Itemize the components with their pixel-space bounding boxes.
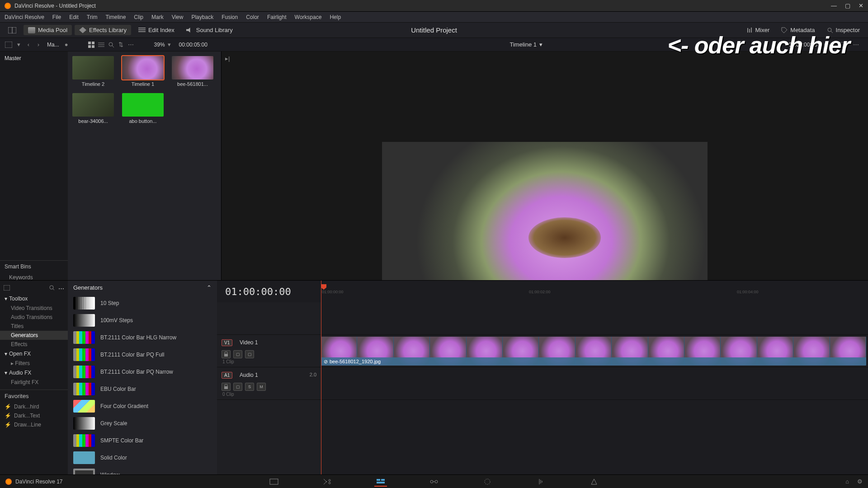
arm-button[interactable]: ▢ — [233, 383, 242, 391]
menu-view[interactable]: View — [172, 14, 184, 20]
menu-mark[interactable]: Mark — [151, 14, 164, 20]
page-media[interactable] — [268, 477, 280, 487]
track-header-v1[interactable]: V1 Video 1 ▢ ▢ 1 Clip — [217, 335, 321, 367]
toolbox-video-transitions[interactable]: Video Transitions — [0, 304, 68, 313]
tab-metadata[interactable]: Metadata — [777, 25, 819, 35]
clip-timeline1[interactable]: Timeline 1 — [122, 56, 164, 87]
timeline-name[interactable]: Timeline 1 — [510, 41, 537, 48]
menu-davinci[interactable]: DaVinci Resolve — [5, 14, 44, 20]
panel-layout-button[interactable] — [4, 40, 14, 50]
toolbox-header[interactable]: ▾Toolbox — [0, 294, 68, 304]
gen-window[interactable]: Window — [68, 466, 217, 474]
menu-file[interactable]: File — [52, 14, 61, 20]
gen-10step[interactable]: 10 Step — [68, 295, 217, 312]
more-button[interactable]: ⋯ — [126, 40, 136, 50]
gen-solid[interactable]: Solid Color — [68, 449, 217, 466]
settings-button[interactable]: ⚙ — [857, 478, 863, 485]
collapse-icon[interactable]: ⌃ — [207, 284, 212, 291]
clip-bee[interactable]: bee-561801... — [172, 56, 213, 87]
go-to-end-icon[interactable]: ▸| — [225, 55, 230, 62]
fav-item[interactable]: ⚡Dark...hird — [0, 402, 68, 411]
mute-button[interactable]: M — [257, 383, 266, 391]
lock-track-button[interactable] — [222, 383, 231, 391]
track-header-a1[interactable]: A1 Audio 1 2.0 ▢ S M 0 Clip — [217, 367, 321, 400]
bin-path[interactable]: Ma... — [47, 42, 59, 48]
home-button[interactable]: ⌂ — [845, 478, 849, 485]
fav-item[interactable]: ⚡Draw...Line — [0, 420, 68, 429]
playhead-line[interactable] — [321, 281, 321, 474]
timeline-clip[interactable]: ⊘bee-5618012_1920.jpg — [321, 337, 866, 366]
gen-bt2111-pqnarrow[interactable]: BT.2111 Color Bar PQ Narrow — [68, 363, 217, 380]
gen-grey[interactable]: Grey Scale — [68, 415, 217, 432]
menu-workspace[interactable]: Workspace — [295, 14, 322, 20]
page-fairlight[interactable] — [534, 477, 547, 487]
sort-button[interactable]: ⇅ — [116, 40, 126, 50]
zoom-percent[interactable]: 39% — [154, 42, 165, 48]
smart-bins-header[interactable]: Smart Bins — [0, 260, 68, 272]
menu-playback[interactable]: Playback — [191, 14, 213, 20]
auto-select-button[interactable]: ▢ — [233, 350, 242, 358]
search-button[interactable] — [106, 40, 116, 50]
menu-fusion[interactable]: Fusion — [222, 14, 238, 20]
menu-timeline[interactable]: Timeline — [105, 14, 126, 20]
toolbox-openfx[interactable]: ▾Open FX — [0, 349, 68, 359]
page-edit[interactable] — [374, 477, 387, 487]
menu-clip[interactable]: Clip — [134, 14, 143, 20]
tab-edit-index[interactable]: Edit Index — [134, 25, 179, 35]
view-list-button[interactable] — [96, 40, 106, 50]
tab-sound-library[interactable]: Sound Library — [182, 25, 237, 35]
track-tag[interactable]: A1 — [222, 372, 232, 379]
bin-master[interactable]: Master — [5, 55, 63, 61]
tab-inspector[interactable]: Inspector — [822, 25, 864, 35]
page-deliver[interactable] — [588, 477, 600, 487]
clip-timeline2[interactable]: Timeline 2 — [72, 56, 114, 87]
toolbox-generators[interactable]: Generators — [0, 331, 68, 340]
gen-4color[interactable]: Four Color Gradient — [68, 398, 217, 415]
menu-edit[interactable]: Edit — [69, 14, 79, 20]
tab-media-pool[interactable]: Media Pool — [24, 25, 72, 35]
single-viewer-button[interactable] — [836, 40, 846, 50]
minimize-button[interactable]: — — [831, 2, 837, 9]
page-fusion[interactable] — [428, 477, 440, 487]
gen-smpte[interactable]: SMPTE Color Bar — [68, 432, 217, 449]
clip-bear[interactable]: bear-34006... — [72, 93, 114, 124]
search-icon[interactable] — [49, 285, 55, 292]
close-button[interactable]: ✕ — [859, 2, 863, 9]
toolbox-effects[interactable]: Effects — [0, 340, 68, 349]
lock-track-button[interactable] — [222, 350, 231, 358]
gen-ebu[interactable]: EBU Color Bar — [68, 380, 217, 398]
maximize-button[interactable]: ▢ — [845, 2, 850, 9]
tab-mixer[interactable]: Mixer — [742, 25, 774, 35]
timeline-timecode[interactable]: 01:00:00:00 — [225, 286, 291, 297]
audio-lane[interactable] — [321, 367, 868, 400]
chevron-down-icon[interactable]: ▾ — [14, 40, 24, 50]
gen-bt2111-pqfull[interactable]: BT.2111 Color Bar PQ Full — [68, 346, 217, 363]
toolbox-audiofx[interactable]: ▾Audio FX — [0, 368, 68, 378]
nav-back-button[interactable]: ‹ — [24, 40, 33, 50]
toolbox-titles[interactable]: Titles — [0, 322, 68, 331]
gen-bt2111-hlg[interactable]: BT.2111 Color Bar HLG Narrow — [68, 329, 217, 346]
more-icon[interactable]: ⋯ — [58, 285, 64, 292]
video-lane[interactable]: ⊘bee-5618012_1920.jpg — [321, 335, 868, 367]
timeline-ruler[interactable]: 01:00:00:00 01:00:02:00 01:00:04:00 — [321, 281, 863, 302]
panel-btn[interactable] — [4, 285, 10, 292]
view-grid-button[interactable] — [86, 40, 96, 50]
layout-button[interactable] — [4, 25, 21, 35]
clip-abo-button[interactable]: abo button... — [122, 93, 164, 124]
toolbox-fairlightfx[interactable]: Fairlight FX — [0, 378, 68, 387]
disable-track-button[interactable]: ▢ — [245, 350, 254, 358]
menu-trim[interactable]: Trim — [87, 14, 98, 20]
track-tag[interactable]: V1 — [222, 339, 232, 346]
menu-fairlight[interactable]: Fairlight — [267, 14, 287, 20]
toolbox-audio-transitions[interactable]: Audio Transitions — [0, 313, 68, 322]
bypass-button[interactable] — [822, 40, 832, 50]
menu-help[interactable]: Help — [330, 14, 341, 20]
gen-100mv[interactable]: 100mV Steps — [68, 312, 217, 329]
tab-effects-library[interactable]: Effects Library — [75, 25, 131, 35]
menu-color[interactable]: Color — [246, 14, 259, 20]
chevron-down-icon[interactable]: ▾ — [539, 41, 542, 48]
page-cut[interactable] — [321, 477, 334, 487]
toolbox-filters[interactable]: ▸ Filters — [0, 359, 68, 368]
viewer-more-button[interactable]: ⋯ — [851, 40, 861, 50]
page-color[interactable] — [481, 477, 494, 487]
